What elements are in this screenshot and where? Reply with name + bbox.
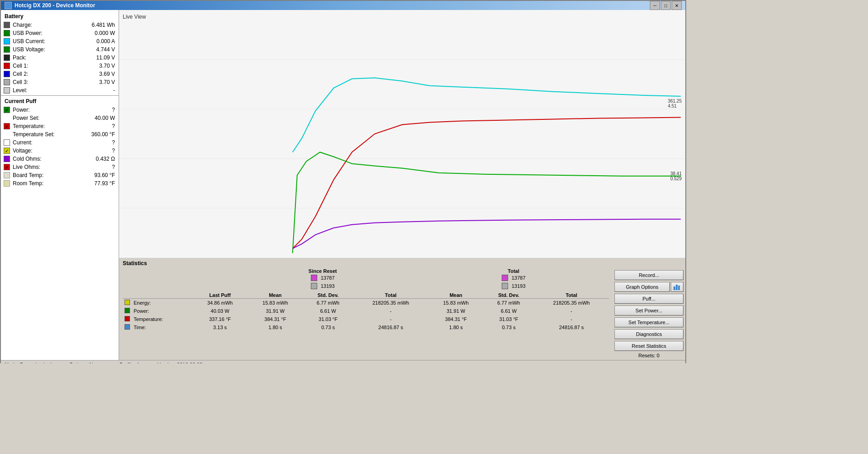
power-checkbox[interactable]: ✓ [4,107,10,113]
stats-content: Since Reset 13787 [119,268,685,360]
profile-status: Profile: 4 [120,362,139,363]
cell2-row: Cell 2: 3.69 V [1,70,119,78]
statusbar: Mode: Power Locked Buttons: None Profile… [1,360,685,363]
time-stats-row: Time: 3.13 s 1.80 s 0.73 s 24816.87 s 1.… [123,323,609,331]
maximize-button[interactable]: □ [661,1,671,10]
titlebar: Hotcig DX 200 - Device Monitor ─ □ ✕ [1,1,685,10]
th-mean-sr: Mean [248,292,303,299]
time-row-label: Time: [132,323,192,331]
energy-mean-t: 15.83 mWh [428,298,484,307]
puffs-swatch-sr [311,275,317,281]
live-ohms-checkbox[interactable]: ✓ [4,164,10,170]
temperature-swatch [125,316,130,321]
power-total-t: - [534,307,609,315]
power-set-row: Power Set: 40.00 W [1,114,119,122]
cold-ohms-label: Cold Ohms: [13,156,83,162]
energy-row-label: Energy: [132,298,192,307]
stats-table: Last Puff Mean Std. Dev. Total Mean Std.… [123,292,609,331]
temperature-std-sr: 31.03 °F [303,315,354,323]
energy-swatch [125,300,130,305]
current-label: Current: [13,139,83,146]
record-button[interactable]: Record... [614,270,683,280]
power-set-value: 40.00 W [83,115,115,121]
minimize-button[interactable]: ─ [650,1,660,10]
power-swatch [125,308,130,313]
statistics-header: Statistics [119,258,685,268]
puffs-total-row: 13787 13193 [418,274,609,290]
svg-rect-5 [673,286,675,290]
temperature-total-t: - [534,315,609,323]
temperature-checkbox[interactable]: ✓ [4,123,10,129]
cell1-row: Cell 1: 3.70 V [1,62,119,70]
room-temp-color [4,180,10,187]
level-color [4,87,10,94]
power-swatch-cell [123,307,132,315]
energy-row: Energy: 34.86 mWh 15.83 mWh 6.77 mWh 218… [123,298,609,307]
cold-ohms-color [4,156,10,162]
since-reset-group: Since Reset 13787 [227,268,418,290]
right-panel: Live View 361.25 4.51 38.41 0.529 [119,10,685,360]
time-last-puff: 3.13 s [192,323,248,331]
power-stats-row: Power: 40.03 W 31.91 W 6.61 W - 31.91 W … [123,307,609,315]
usb-power-row: USB Power: 0.000 W [1,29,119,37]
usb-voltage-label: USB Voltage: [13,46,83,53]
th-total-t: Total [534,292,609,299]
usb-current-value: 0.000 A [83,38,115,44]
puffs-count-t: 13787 [502,274,526,282]
cell1-color [4,63,10,69]
cell3-value: 3.70 V [83,79,115,85]
set-power-button[interactable]: Set Power... [614,306,683,316]
graph-icon-button[interactable] [671,282,683,292]
temperature-stats-row: Temperature: 337.16 °F 384.31 °F 31.03 °… [123,315,609,323]
charge-color [4,22,10,28]
titlebar-buttons: ─ □ ✕ [650,1,682,10]
main-content: Battery Charge: 6.481 Wh USB Power: 0.00… [1,10,685,360]
time-swatch-cell [123,323,132,331]
voltage-value: ? [83,148,115,154]
set-temperature-button[interactable]: Set Temperature... [614,317,683,327]
chart-area: Live View 361.25 4.51 38.41 0.529 [119,10,685,258]
temperature-mean-sr: 384.31 °F [248,315,303,323]
current-value: ? [83,139,115,146]
temp-swatch-sr [311,283,317,289]
power-std-t: 6.61 W [484,307,534,315]
close-button[interactable]: ✕ [672,1,682,10]
energy-std-sr: 6.77 mWh [303,298,354,307]
power-mean-t: 31.91 W [428,307,484,315]
temperature-last-puff: 337.16 °F [192,315,248,323]
puffs-count-sr: 13787 [311,274,335,282]
temperature-std-t: 31.03 °F [484,315,534,323]
voltage-checkbox[interactable]: ✓ [4,148,10,154]
puff-button[interactable]: Puff... [614,294,683,304]
graph-options-button[interactable]: Graph Options [614,282,670,292]
usb-voltage-value: 4.744 V [83,46,115,53]
power-last-puff: 40.03 W [192,307,248,315]
temperature-label: Temperature: [13,123,83,129]
left-panel: Battery Charge: 6.481 Wh USB Power: 0.00… [1,10,119,360]
pack-color [4,54,10,61]
voltage-label: Voltage: [13,148,83,154]
puffs-since-reset-row: 13787 13193 [227,274,418,290]
svg-rect-0 [119,10,685,258]
svg-rect-6 [676,285,678,290]
reset-statistics-button[interactable]: Reset Statistics [614,341,683,351]
chart-value-top: 361.25 4.51 [668,99,682,109]
cell3-row: Cell 3: 3.70 V [1,78,119,86]
titlebar-title: Hotcig DX 200 - Device Monitor [5,2,95,9]
room-temp-row: Room Temp: 77.93 °F [1,179,119,188]
board-temp-label: Board Temp: [13,172,83,178]
bar-chart-icon [673,283,681,291]
th-label [132,292,192,299]
energy-last-puff: 34.86 mWh [192,298,248,307]
voltage-row: ✓ Voltage: ? [1,147,119,155]
th-mean-t: Mean [428,292,484,299]
cell1-label: Cell 1: [13,63,83,69]
temperature-value: ? [83,123,115,129]
power-total-sr: - [353,307,428,315]
time-total-t: 24816.87 s [534,323,609,331]
usb-voltage-row: USB Voltage: 4.744 V [1,45,119,54]
current-checkbox[interactable] [4,139,10,146]
right-buttons-panel: Record... Graph Options Puf [613,268,685,360]
power-value: ? [83,107,115,113]
diagnostics-button[interactable]: Diagnostics [614,329,683,339]
